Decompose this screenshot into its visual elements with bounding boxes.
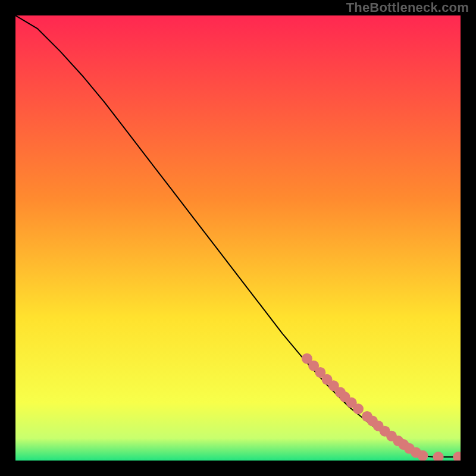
chart-svg [15,15,461,461]
data-marker [417,450,428,461]
gradient-background [15,15,461,461]
watermark-text: TheBottleneck.com [346,0,469,15]
chart-plot-area [15,15,461,461]
data-marker [353,403,364,414]
chart-frame: TheBottleneck.com [0,0,476,476]
